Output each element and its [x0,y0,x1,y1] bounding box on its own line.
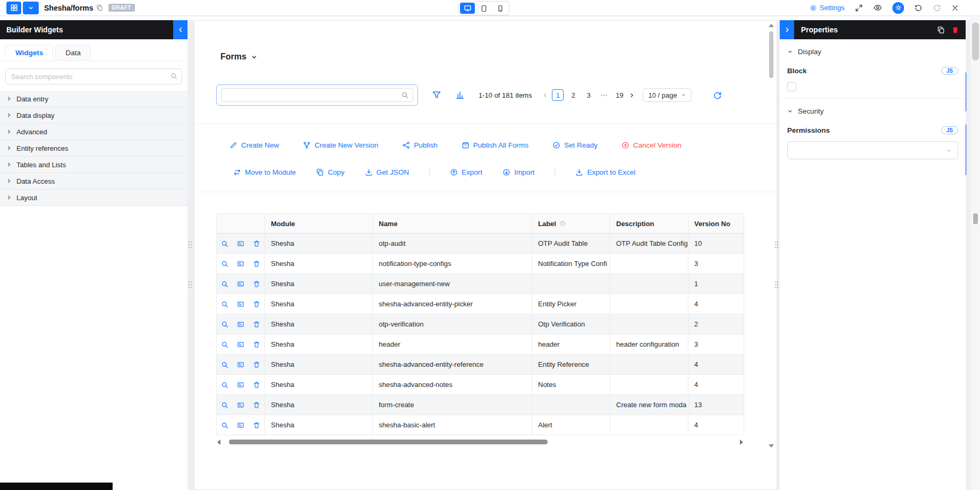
create-new-version-button[interactable]: Create New Version [303,141,378,149]
publish-all-forms-button[interactable]: Publish All Forms [462,141,529,149]
import-button[interactable]: Import [502,168,534,176]
scroll-left-arrow[interactable] [217,440,220,445]
cancel-version-button[interactable]: Cancel Version [621,141,681,149]
section-security[interactable]: Security [780,99,966,122]
row-open-icon[interactable] [233,321,249,328]
redo-history-icon[interactable] [933,4,941,12]
row-delete-icon[interactable] [249,321,265,328]
scroll-down-arrow[interactable] [769,444,774,448]
row-delete-icon[interactable] [249,361,265,368]
table-horizontal-scrollbar[interactable] [216,439,744,445]
table-row[interactable]: Shesha shesha-basic-alert Alert 4 [217,415,744,435]
filter-icon[interactable] [432,90,441,100]
export-to-excel-button[interactable]: Export to Excel [575,168,635,176]
row-open-icon[interactable] [233,240,249,247]
section-display[interactable]: Display [780,39,966,62]
scroll-right-arrow[interactable] [740,440,743,445]
widget-group-tables-lists[interactable]: Tables and Lists [0,157,188,173]
row-open-icon[interactable] [233,260,249,268]
table-row[interactable]: Shesha shesha-advanced-notes Notes 4 [217,375,744,395]
page-1-button[interactable]: 1 [552,89,564,101]
page-size-select[interactable]: 10 / page [643,88,691,102]
tab-widgets[interactable]: Widgets [5,45,53,61]
row-delete-icon[interactable] [249,280,265,288]
table-row[interactable]: Shesha notification-type-configs Notific… [217,254,744,274]
row-delete-icon[interactable] [249,401,265,409]
row-preview-icon[interactable] [217,401,233,409]
row-preview-icon[interactable] [217,240,233,247]
publish-button[interactable]: Publish [402,141,437,149]
table-row[interactable]: Shesha shesha-advanced-entity-reference … [217,355,744,375]
right-panel-resize-handle[interactable] [775,242,779,248]
block-checkbox[interactable] [787,82,796,91]
device-desktop-button[interactable] [460,3,475,14]
permissions-js-toggle[interactable]: JS [941,126,958,134]
row-open-icon[interactable] [233,361,249,368]
right-panel-resize-handle[interactable] [775,281,779,288]
create-new-button[interactable]: Create New [229,141,279,149]
col-description[interactable]: Description [610,214,688,233]
row-open-icon[interactable] [233,341,249,348]
page-2-button[interactable]: 2 [567,89,579,101]
page-ellipsis[interactable]: ••• [598,89,610,101]
row-preview-icon[interactable] [217,300,233,308]
preview-eye-icon[interactable] [873,3,882,12]
table-search-icon[interactable] [401,91,408,99]
duplicate-component-icon[interactable] [937,26,945,34]
row-open-icon[interactable] [233,422,249,429]
horizontal-scroll-thumb[interactable] [229,440,548,444]
table-row[interactable]: Shesha header header header configuratio… [217,334,744,355]
table-row[interactable]: Shesha user-management-new 1 [217,274,744,294]
refresh-icon[interactable] [713,91,722,100]
row-preview-icon[interactable] [217,280,233,288]
device-phone-button[interactable] [493,3,508,14]
column-settings-icon[interactable] [455,90,465,100]
settings-button[interactable]: Settings [809,4,845,12]
expand-right-panel-button[interactable] [780,20,794,39]
row-preview-icon[interactable] [217,341,233,348]
widget-group-entity-references[interactable]: Entity references [0,140,188,157]
widget-group-data-display[interactable]: Data display [0,107,188,124]
export-button[interactable]: Export [450,168,482,176]
delete-component-icon[interactable] [951,26,959,34]
app-dashboard-button[interactable] [6,2,21,14]
widget-group-advanced[interactable]: Advanced [0,124,188,140]
copy-button[interactable]: Copy [316,168,345,176]
table-row[interactable]: Shesha shesha-advanced-entity-picker Ent… [217,294,744,314]
scroll-up-arrow[interactable] [769,24,774,27]
page-scroll-thumb[interactable] [972,22,979,61]
device-tablet-button[interactable] [476,3,491,14]
row-open-icon[interactable] [233,300,249,308]
collapse-left-panel-button[interactable] [173,20,188,39]
row-delete-icon[interactable] [249,422,265,429]
page-scrollbar[interactable] [970,16,980,490]
row-delete-icon[interactable] [249,381,265,389]
widget-group-data-access[interactable]: Data Access [0,173,188,190]
vertical-scroll-thumb[interactable] [769,31,773,78]
table-search-input[interactable] [226,91,401,99]
permissions-select[interactable] [787,141,958,159]
widget-group-layout[interactable]: Layout [0,190,188,206]
col-label[interactable]: Label [532,214,610,233]
datatable-title-dropdown[interactable]: Forms [220,52,258,62]
row-open-icon[interactable] [233,401,249,409]
row-delete-icon[interactable] [249,240,265,247]
table-row[interactable]: Shesha form-create Create new form moda … [217,395,744,415]
widget-group-data-entry[interactable]: Data entry [0,91,188,107]
row-preview-icon[interactable] [217,422,233,429]
table-row[interactable]: Shesha otp-verification Otp Verification… [217,314,744,334]
copy-title-icon[interactable] [96,4,103,11]
page-3-button[interactable]: 3 [583,89,594,101]
prev-page-button[interactable] [542,92,548,98]
row-preview-icon[interactable] [217,361,233,368]
col-module[interactable]: Module [265,214,372,233]
fullscreen-icon[interactable] [855,4,863,12]
table-row[interactable]: Shesha otp-audit OTP Audit Table OTP Aud… [217,234,744,254]
close-icon[interactable] [951,4,959,12]
main-vertical-scrollbar[interactable] [768,23,774,449]
row-open-icon[interactable] [233,280,249,288]
col-version[interactable]: Version No [688,214,744,233]
page-last-button[interactable]: 19 [613,89,625,101]
tab-data[interactable]: Data [55,45,91,61]
set-ready-button[interactable]: Set Ready [552,141,598,149]
